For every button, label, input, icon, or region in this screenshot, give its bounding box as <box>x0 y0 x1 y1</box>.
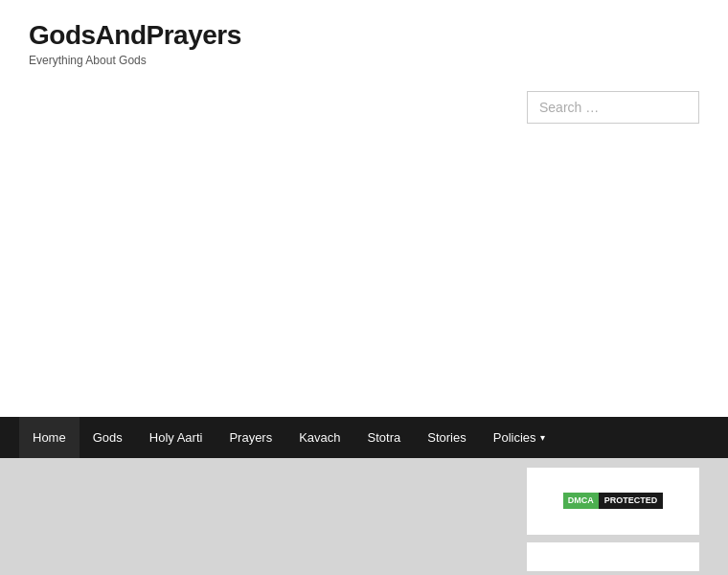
below-sidebar: DMCA PROTECTED <box>527 468 699 575</box>
ad-placeholder <box>29 81 508 321</box>
nav-item-prayers[interactable]: Prayers <box>216 417 285 458</box>
search-widget <box>527 91 699 124</box>
nav-item-kavach[interactable]: Kavach <box>285 417 353 458</box>
nav-item-stories[interactable]: Stories <box>414 417 479 458</box>
nav-item-holy-aarti[interactable]: Holy Aarti <box>136 417 216 458</box>
search-input[interactable] <box>527 91 699 124</box>
navbar: Home Gods Holy Aarti Prayers Kavach Stot… <box>0 417 728 458</box>
site-title: GodsAndPrayers <box>29 19 699 52</box>
below-content-left <box>29 468 508 575</box>
nav-item-gods[interactable]: Gods <box>80 417 136 458</box>
dmca-widget: DMCA PROTECTED <box>527 468 699 535</box>
second-widget <box>527 542 699 571</box>
nav-item-stotra[interactable]: Stotra <box>354 417 415 458</box>
nav-item-policies[interactable]: Policies ▾ <box>480 417 558 458</box>
dmca-right-label: PROTECTED <box>599 493 664 509</box>
dmca-left-label: DMCA <box>563 493 599 509</box>
content-area <box>29 81 508 417</box>
below-nav-area: DMCA PROTECTED <box>0 458 728 575</box>
main-content-wrapper <box>0 81 728 417</box>
dmca-badge: DMCA PROTECTED <box>563 493 664 509</box>
chevron-down-icon: ▾ <box>540 432 545 443</box>
site-tagline: Everything About Gods <box>29 54 699 67</box>
navbar-inner: Home Gods Holy Aarti Prayers Kavach Stot… <box>0 417 728 458</box>
sidebar <box>527 81 699 417</box>
site-header: GodsAndPrayers Everything About Gods <box>0 0 728 81</box>
nav-item-home[interactable]: Home <box>19 417 80 458</box>
